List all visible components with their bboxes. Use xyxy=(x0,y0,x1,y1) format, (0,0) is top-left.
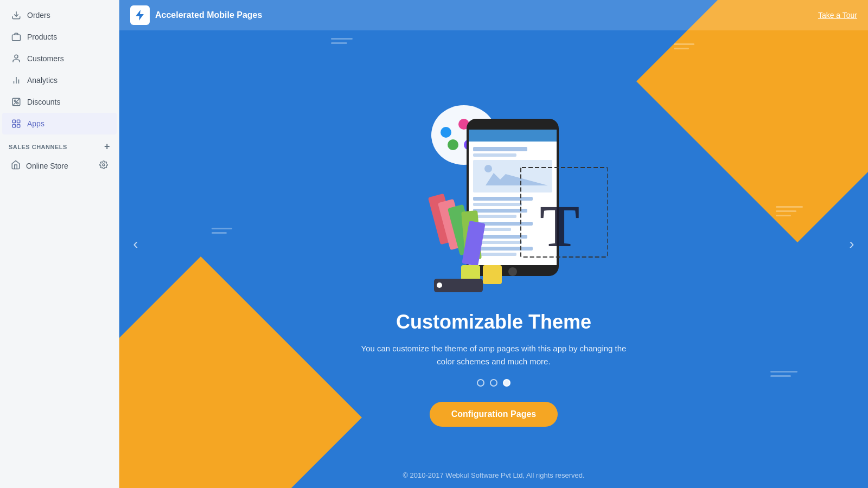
svg-rect-33 xyxy=(473,215,516,218)
svg-point-13 xyxy=(103,164,105,166)
products-icon xyxy=(11,31,22,42)
carousel-prev-arrow[interactable]: ‹ xyxy=(125,233,146,255)
deco-lines-mid-right xyxy=(776,206,803,219)
svg-point-2 xyxy=(15,55,18,58)
svg-text:T: T xyxy=(540,193,579,259)
sidebar-item-orders[interactable]: Orders xyxy=(2,4,117,26)
main-content: Accelerated Mobile Pages Take a Tour ‹ › xyxy=(119,0,868,488)
svg-rect-11 xyxy=(12,125,15,127)
configuration-pages-button[interactable]: Configuration Pages xyxy=(430,402,558,427)
svg-rect-9 xyxy=(12,120,15,123)
sidebar-item-analytics-label: Analytics xyxy=(27,76,58,85)
svg-point-51 xyxy=(437,282,442,288)
download-icon xyxy=(11,10,22,21)
svg-rect-10 xyxy=(17,120,20,123)
sidebar-item-apps[interactable]: Apps xyxy=(2,113,117,134)
slide-description: You can customize the theme of amp pages… xyxy=(353,342,635,368)
sales-channels-section: SALES CHANNELS + xyxy=(0,134,119,156)
svg-rect-49 xyxy=(483,265,502,284)
svg-rect-25 xyxy=(473,147,527,151)
online-store-icon xyxy=(11,160,21,171)
online-store-label: Online Store xyxy=(26,162,68,170)
app-logo-icon xyxy=(130,5,150,25)
carousel-dots xyxy=(477,379,510,387)
app-logo-text: Accelerated Mobile Pages xyxy=(155,10,262,20)
analytics-icon xyxy=(11,75,22,86)
app-header: Accelerated Mobile Pages Take a Tour xyxy=(119,0,868,30)
svg-point-29 xyxy=(484,165,492,172)
sidebar-item-analytics[interactable]: Analytics xyxy=(2,69,117,91)
sidebar-item-apps-label: Apps xyxy=(27,119,44,128)
deco-lines-top-right xyxy=(674,43,694,52)
carousel-next-arrow[interactable]: › xyxy=(841,233,863,255)
deco-lines-bottom-right xyxy=(770,371,797,380)
svg-point-6 xyxy=(14,100,16,101)
svg-rect-12 xyxy=(17,125,20,127)
footer-copyright: © 2010-2017 Webkul Software Pvt Ltd, All… xyxy=(403,471,584,479)
phone-illustration: T xyxy=(380,86,608,294)
svg-rect-32 xyxy=(473,209,527,213)
online-store-settings-icon[interactable] xyxy=(99,160,108,171)
svg-point-19 xyxy=(448,139,458,150)
sidebar-item-customers-label: Customers xyxy=(27,54,64,63)
svg-rect-38 xyxy=(473,247,533,251)
app-logo: Accelerated Mobile Pages xyxy=(130,5,262,25)
svg-point-20 xyxy=(441,127,451,138)
take-tour-button[interactable]: Take a Tour xyxy=(818,11,857,20)
apps-icon xyxy=(11,118,22,129)
carousel-dot-3[interactable] xyxy=(503,379,510,387)
sidebar-item-orders-label: Orders xyxy=(27,11,50,20)
svg-rect-1 xyxy=(12,35,21,41)
sidebar: Orders Products Customers Analytics Disc… xyxy=(0,0,119,488)
svg-rect-26 xyxy=(473,153,516,157)
svg-rect-24 xyxy=(469,130,557,142)
svg-rect-31 xyxy=(473,203,522,206)
svg-point-40 xyxy=(508,267,517,276)
page-footer: © 2010-2017 Webkul Software Pvt Ltd, All… xyxy=(119,471,868,479)
sidebar-item-products-label: Products xyxy=(27,33,57,41)
discounts-icon xyxy=(11,97,22,107)
add-sales-channel-icon[interactable]: + xyxy=(104,141,110,152)
carousel-dot-1[interactable] xyxy=(477,379,484,387)
carousel: T Customizabl xyxy=(119,30,868,488)
sidebar-item-discounts[interactable]: Discounts xyxy=(2,91,117,113)
sidebar-item-customers[interactable]: Customers xyxy=(2,48,117,69)
deco-lines-left xyxy=(212,228,232,236)
slide-title: Customizable Theme xyxy=(396,311,591,333)
customers-icon xyxy=(11,53,22,64)
deco-lines-top xyxy=(331,38,353,47)
sidebar-item-discounts-label: Discounts xyxy=(27,98,60,106)
carousel-dot-2[interactable] xyxy=(490,379,497,387)
sales-channels-label: SALES CHANNELS xyxy=(9,144,67,150)
sidebar-item-products[interactable]: Products xyxy=(2,26,117,48)
sidebar-item-online-store[interactable]: Online Store xyxy=(2,156,117,176)
svg-rect-30 xyxy=(473,197,533,201)
svg-point-7 xyxy=(17,102,18,104)
